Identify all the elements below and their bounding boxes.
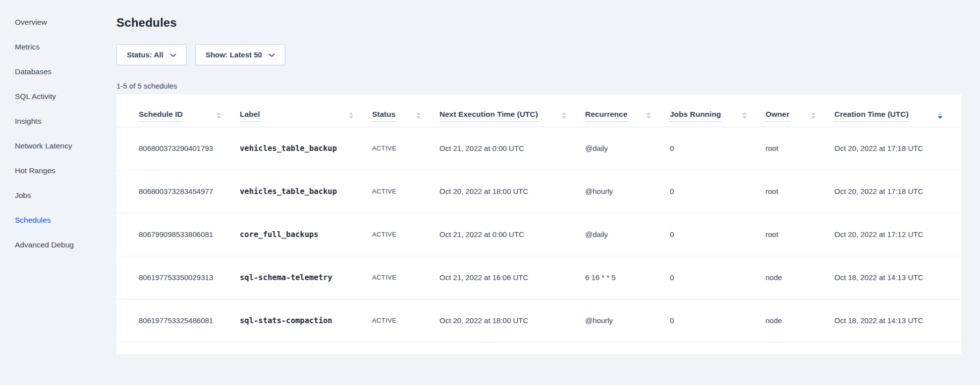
column-header-creation-time-utc[interactable]: Creation Time (UTC) bbox=[834, 95, 961, 127]
page-title: Schedules bbox=[116, 16, 961, 30]
sidebar-item-network-latency[interactable]: Network Latency bbox=[15, 134, 116, 158]
schedules-table: Schedule IDLabelStatusNext Execution Tim… bbox=[116, 95, 961, 342]
jobs-running: 0 bbox=[670, 170, 765, 213]
sort-icon[interactable] bbox=[349, 112, 353, 119]
sidebar-item-advanced-debug[interactable]: Advanced Debug bbox=[15, 233, 116, 257]
schedules-table-card: Schedule IDLabelStatusNext Execution Tim… bbox=[116, 95, 961, 354]
sidebar-nav: OverviewMetricsDatabasesSQL ActivityInsi… bbox=[15, 10, 116, 257]
column-header-status[interactable]: Status bbox=[372, 95, 439, 127]
sort-icon[interactable] bbox=[416, 112, 421, 119]
schedule-status: ACTIVE bbox=[372, 170, 439, 213]
recurrence: 6 16 * * 5 bbox=[585, 256, 670, 299]
recurrence: @daily bbox=[585, 127, 670, 170]
schedule-label: vehicles_table_backup bbox=[240, 170, 372, 213]
column-label: Owner bbox=[765, 110, 789, 122]
sidebar-item-overview[interactable]: Overview bbox=[15, 10, 116, 35]
sidebar-item-schedules[interactable]: Schedules bbox=[15, 208, 116, 233]
sidebar-item-insights[interactable]: Insights bbox=[15, 109, 116, 134]
status-filter-label: Status: All bbox=[127, 50, 163, 59]
schedule-row[interactable]: 806197753350029313sql-schema-telemetryAC… bbox=[116, 256, 961, 299]
table-header-row: Schedule IDLabelStatusNext Execution Tim… bbox=[116, 95, 961, 127]
sort-icon[interactable] bbox=[811, 112, 816, 119]
schedule-label: sql-stats-compaction bbox=[240, 299, 372, 342]
results-count: 1-5 of 5 schedules bbox=[116, 82, 961, 90]
owner: root bbox=[765, 213, 834, 256]
sidebar-item-hot-ranges[interactable]: Hot Ranges bbox=[15, 158, 116, 183]
next-execution-time: Oct 20, 2022 at 18:00 UTC bbox=[439, 170, 585, 213]
next-execution-time: Oct 21, 2022 at 0:00 UTC bbox=[439, 213, 585, 256]
schedule-row[interactable]: 806800373290401793vehicles_table_backupA… bbox=[116, 127, 961, 170]
jobs-running: 0 bbox=[670, 127, 765, 170]
owner: root bbox=[765, 170, 834, 213]
table-body: 806800373290401793vehicles_table_backupA… bbox=[116, 127, 961, 342]
status-filter-dropdown[interactable]: Status: All bbox=[116, 44, 187, 65]
column-header-label[interactable]: Label bbox=[240, 95, 372, 127]
column-header-jobs-running[interactable]: Jobs Running bbox=[670, 95, 765, 127]
column-label: Status bbox=[372, 110, 395, 122]
recurrence: @hourly bbox=[585, 170, 670, 213]
next-execution-time: Oct 21, 2022 at 0:00 UTC bbox=[439, 127, 585, 170]
schedule-status: ACTIVE bbox=[372, 256, 439, 299]
column-label: Label bbox=[240, 110, 260, 122]
app-window: OverviewMetricsDatabasesSQL ActivityInsi… bbox=[0, 0, 980, 385]
creation-time: Oct 20, 2022 at 17:18 UTC bbox=[834, 127, 961, 170]
jobs-running: 0 bbox=[670, 213, 765, 256]
jobs-running: 0 bbox=[670, 299, 765, 342]
sidebar-item-metrics[interactable]: Metrics bbox=[15, 35, 116, 59]
sort-icon[interactable] bbox=[217, 112, 221, 119]
owner: node bbox=[765, 256, 834, 299]
column-label: Jobs Running bbox=[670, 110, 721, 122]
column-header-next-execution-time-utc[interactable]: Next Execution Time (UTC) bbox=[439, 95, 585, 127]
creation-time: Oct 18, 2022 at 14:13 UTC bbox=[834, 256, 961, 299]
schedule-label: core_full_backups bbox=[240, 213, 372, 256]
recurrence: @daily bbox=[585, 213, 670, 256]
column-header-owner[interactable]: Owner bbox=[765, 95, 834, 127]
show-filter-label: Show: Latest 50 bbox=[206, 50, 262, 59]
creation-time: Oct 18, 2022 at 14:13 UTC bbox=[834, 299, 961, 342]
sort-icon[interactable] bbox=[647, 112, 651, 119]
sidebar-item-databases[interactable]: Databases bbox=[15, 59, 116, 84]
sort-icon[interactable] bbox=[742, 112, 747, 119]
sidebar-item-jobs[interactable]: Jobs bbox=[15, 183, 116, 208]
column-label: Recurrence bbox=[585, 110, 627, 122]
column-label: Schedule ID bbox=[139, 110, 183, 122]
schedule-label: sql-schema-telemetry bbox=[240, 256, 372, 299]
schedule-status: ACTIVE bbox=[372, 127, 439, 170]
schedule-id: 806197753325486081 bbox=[116, 299, 240, 342]
recurrence: @hourly bbox=[585, 299, 670, 342]
column-header-schedule-id[interactable]: Schedule ID bbox=[116, 95, 240, 127]
chevron-down-icon bbox=[269, 53, 275, 57]
sort-icon[interactable] bbox=[562, 112, 566, 119]
sidebar-item-sql-activity[interactable]: SQL Activity bbox=[15, 84, 116, 109]
show-filter-dropdown[interactable]: Show: Latest 50 bbox=[195, 44, 285, 65]
owner: root bbox=[765, 127, 834, 170]
column-header-recurrence[interactable]: Recurrence bbox=[585, 95, 670, 127]
schedule-id: 806197753350029313 bbox=[116, 256, 240, 299]
sidebar: OverviewMetricsDatabasesSQL ActivityInsi… bbox=[0, 0, 116, 385]
next-execution-time: Oct 21, 2022 at 16:06 UTC bbox=[439, 256, 585, 299]
schedule-id: 806800373290401793 bbox=[116, 127, 240, 170]
jobs-running: 0 bbox=[670, 256, 765, 299]
schedule-status: ACTIVE bbox=[372, 213, 439, 256]
column-label: Next Execution Time (UTC) bbox=[439, 110, 538, 122]
schedule-id: 806800373283454977 bbox=[116, 170, 240, 213]
column-label: Creation Time (UTC) bbox=[834, 110, 909, 122]
next-execution-time: Oct 20, 2022 at 18:00 UTC bbox=[439, 299, 585, 342]
chevron-down-icon bbox=[170, 53, 176, 57]
main-content: Schedules Status: All Show: Latest 50 1-… bbox=[116, 0, 980, 385]
creation-time: Oct 20, 2022 at 17:12 UTC bbox=[834, 213, 961, 256]
owner: node bbox=[765, 299, 834, 342]
schedule-row[interactable]: 806197753325486081sql-stats-compactionAC… bbox=[116, 299, 961, 342]
schedule-row[interactable]: 806800373283454977vehicles_table_backupA… bbox=[116, 170, 961, 213]
filter-bar: Status: All Show: Latest 50 bbox=[116, 44, 961, 65]
creation-time: Oct 20, 2022 at 17:18 UTC bbox=[834, 170, 961, 213]
sort-icon[interactable] bbox=[938, 112, 942, 119]
schedule-id: 806799098533806081 bbox=[116, 213, 240, 256]
schedule-row[interactable]: 806799098533806081core_full_backupsACTIV… bbox=[116, 213, 961, 256]
schedule-status: ACTIVE bbox=[372, 299, 439, 342]
schedule-label: vehicles_table_backup bbox=[240, 127, 372, 170]
